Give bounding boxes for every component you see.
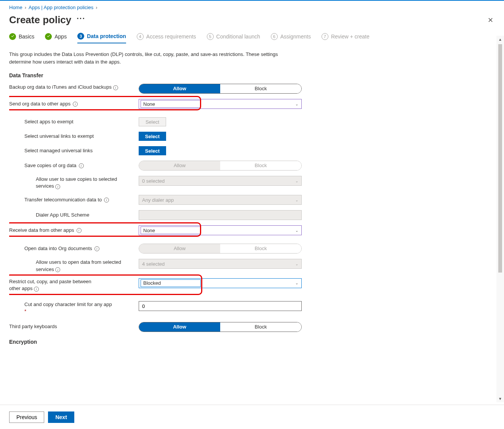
telecom-label: Transfer telecommunication data to i [9,196,139,203]
save-services-dropdown: 0 selected ⌄ [139,176,302,186]
breadcrumb-apps[interactable]: Apps | App protection policies [29,5,93,10]
close-icon[interactable]: ✕ [486,14,495,26]
dropdown-value: 4 selected [142,261,165,267]
restrict-ccp-label: Restrict cut, copy, and paste between ot… [9,278,139,292]
encryption-heading: Encryption [9,339,495,345]
info-icon[interactable]: i [79,163,84,168]
save-copies-block-option: Block [220,161,301,170]
chevron-down-icon: ⌄ [295,198,298,202]
dropdown-value: Blocked [141,279,201,287]
chevron-down-icon: ⌄ [295,262,298,266]
chevron-right-icon: › [96,5,97,10]
step-apps[interactable]: Apps [45,33,67,43]
step-number-icon: 5 [207,33,214,40]
dropdown-value: 0 selected [142,178,165,184]
save-copies-toggle: Allow Block [139,161,302,171]
managed-universal-links-label: Select managed universal links [9,147,139,154]
backup-label: Backup org data to iTunes and iCloud bac… [9,84,139,91]
backup-block-option[interactable]: Block [220,84,301,93]
info-icon[interactable]: i [113,85,118,90]
check-icon [45,33,52,40]
chevron-down-icon: ⌄ [295,228,298,233]
step-label: Assignments [280,33,311,40]
step-data-protection[interactable]: 3 Data protection [77,33,126,43]
step-conditional-launch[interactable]: 5 Conditional launch [207,33,260,43]
select-exempt-apps-button[interactable]: Select [139,117,166,126]
backup-allow-option[interactable]: Allow [139,84,220,93]
dropdown-value: None [141,100,201,108]
step-number-icon: 6 [271,33,278,40]
info-icon[interactable]: i [77,228,82,233]
exempt-apps-label: Select apps to exempt [9,118,139,125]
tpk-allow-option[interactable]: Allow [139,322,220,332]
previous-button[interactable]: Previous [9,411,44,423]
step-label: Review + create [331,33,370,40]
vertical-scrollbar[interactable]: ▲ ▼ [496,36,504,402]
info-icon[interactable]: i [55,184,60,189]
chevron-right-icon: › [25,5,26,10]
check-icon [9,33,16,40]
step-number-icon: 3 [77,33,84,40]
section-description: This group includes the Data Loss Preven… [9,51,283,65]
dialer-url-label: Dialer App URL Scheme [9,212,139,218]
save-services-label: Allow user to save copies to selected se… [9,176,139,190]
select-managed-links-button[interactable]: Select [139,146,166,155]
dropdown-value: Any dialer app [142,197,174,203]
info-icon[interactable]: i [34,287,39,292]
receive-data-label: Receive data from other apps i [9,227,139,234]
info-icon[interactable]: i [94,246,99,251]
breadcrumb: Home › Apps | App protection policies › [9,5,495,10]
step-review-create[interactable]: 7 Review + create [322,33,370,43]
step-assignments[interactable]: 6 Assignments [271,33,311,43]
page-title: Create policy ··· [9,14,85,26]
restrict-ccp-dropdown[interactable]: Blocked ⌄ [139,278,302,288]
required-indicator: * [24,308,112,315]
dialer-url-input [139,210,302,220]
save-copies-label: Save copies of org data i [9,162,139,169]
receive-data-dropdown[interactable]: None ⌄ [139,225,302,235]
select-universal-links-button[interactable]: Select [139,132,166,141]
info-icon[interactable]: i [73,102,78,107]
open-org-allow-option: Allow [139,244,220,253]
breadcrumb-home[interactable]: Home [9,5,22,10]
third-party-keyboards-label: Third party keyboards [9,323,139,330]
char-limit-input[interactable] [139,301,302,311]
step-label: Data protection [87,33,126,39]
scroll-down-icon[interactable]: ▼ [497,395,504,402]
universal-links-exempt-label: Select universal links to exempt [9,133,139,140]
data-transfer-heading: Data Transfer [9,72,495,78]
chevron-down-icon: ⌄ [295,281,298,285]
step-label: Access requirements [146,33,196,40]
step-number-icon: 7 [322,33,328,40]
telecom-dropdown: Any dialer app ⌄ [139,195,302,205]
more-actions-button[interactable]: ··· [77,14,85,23]
scroll-up-icon[interactable]: ▲ [497,36,504,43]
step-number-icon: 4 [137,33,144,40]
chevron-down-icon: ⌄ [295,102,298,106]
open-services-dropdown: 4 selected ⌄ [139,259,302,269]
open-org-docs-label: Open data into Org documents i [9,245,139,252]
chevron-down-icon: ⌄ [295,179,298,183]
send-org-data-dropdown[interactable]: None ⌄ [139,99,302,109]
tpk-block-option[interactable]: Block [220,322,301,332]
scrollbar-thumb[interactable] [498,44,502,273]
char-limit-label: Cut and copy character limit for any app… [9,301,139,315]
open-org-toggle: Allow Block [139,244,302,254]
step-label: Basics [19,33,34,40]
wizard-steps: Basics Apps 3 Data protection 4 Access r… [9,33,495,43]
step-label: Conditional launch [216,33,260,40]
info-icon[interactable]: i [104,198,109,203]
send-org-data-label: Send org data to other apps i [9,100,139,107]
open-org-block-option: Block [220,244,301,253]
info-icon[interactable]: i [55,267,60,272]
wizard-footer: Previous Next [0,405,504,429]
dropdown-value: None [141,226,201,234]
step-basics[interactable]: Basics [9,33,34,43]
third-party-keyboards-toggle[interactable]: Allow Block [139,322,302,332]
step-label: Apps [54,33,67,40]
open-services-label: Allow users to open data from selected s… [9,259,139,273]
save-copies-allow-option: Allow [139,161,220,170]
backup-toggle[interactable]: Allow Block [139,84,302,94]
step-access-requirements[interactable]: 4 Access requirements [137,33,196,43]
next-button[interactable]: Next [48,411,74,423]
